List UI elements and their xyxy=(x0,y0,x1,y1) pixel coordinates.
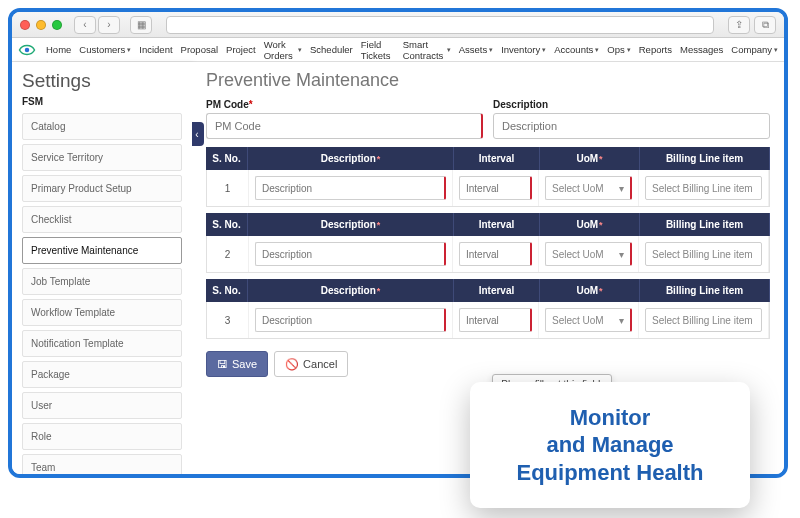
chevron-down-icon: ▾ xyxy=(542,46,546,54)
sidebar-item-role[interactable]: Role xyxy=(22,423,182,450)
nav-item-messages[interactable]: Messages xyxy=(680,44,723,55)
callout-line: Equipment Health xyxy=(516,460,703,485)
chevron-down-icon: ▾ xyxy=(447,46,451,54)
row-uom-select[interactable]: Select UoM▾ xyxy=(545,176,632,200)
sidebar-item-notification-template[interactable]: Notification Template xyxy=(22,330,182,357)
nav-item-project[interactable]: Project xyxy=(226,44,256,55)
table-header: S. No.Description*IntervalUoM*Billing Li… xyxy=(206,213,770,236)
settings-sidebar: Settings FSM CatalogService TerritoryPri… xyxy=(12,62,192,474)
address-bar[interactable] xyxy=(166,16,714,34)
sidebar-title: Settings xyxy=(22,70,182,92)
callout-line: and Manage xyxy=(546,432,673,457)
window-titlebar: ‹ › ▦ ⇪ ⧉ xyxy=(12,12,784,38)
nav-item-reports[interactable]: Reports xyxy=(639,44,672,55)
row-interval-input[interactable] xyxy=(459,242,532,266)
save-button[interactable]: 🖫 Save xyxy=(206,351,268,377)
svg-point-0 xyxy=(25,47,30,52)
nav-item-field-tickets[interactable]: Field Tickets xyxy=(361,39,395,61)
chevron-down-icon: ▾ xyxy=(619,315,624,326)
sidebar-item-preventive-maintenance[interactable]: Preventive Maintenance xyxy=(22,237,182,264)
collapse-sidebar-button[interactable]: ‹ xyxy=(192,122,204,146)
nav-item-ops[interactable]: Ops▾ xyxy=(607,44,630,55)
pm-code-input[interactable] xyxy=(206,113,483,139)
sidebar-item-user[interactable]: User xyxy=(22,392,182,419)
table-row: 1Select UoM▾Select Billing Line item xyxy=(206,170,770,207)
nav-item-customers[interactable]: Customers▾ xyxy=(79,44,131,55)
chevron-down-icon: ▾ xyxy=(774,46,778,54)
sidebar-item-package[interactable]: Package xyxy=(22,361,182,388)
sidebar-item-workflow-template[interactable]: Workflow Template xyxy=(22,299,182,326)
table-row: 3Select UoM▾Select Billing Line item xyxy=(206,302,770,339)
nav-arrows: ‹ › xyxy=(74,16,120,34)
sidebar-item-checklist[interactable]: Checklist xyxy=(22,206,182,233)
nav-item-assets[interactable]: Assets▾ xyxy=(459,44,494,55)
row-uom-select[interactable]: Select UoM▾ xyxy=(545,242,632,266)
nav-item-work-orders[interactable]: Work Orders▾ xyxy=(264,39,302,61)
row-billing-select[interactable]: Select Billing Line item xyxy=(645,242,762,266)
nav-item-company[interactable]: Company▾ xyxy=(731,44,778,55)
close-window-icon[interactable] xyxy=(20,20,30,30)
chevron-down-icon: ▾ xyxy=(619,183,624,194)
sidebar-item-primary-product-setup[interactable]: Primary Product Setup xyxy=(22,175,182,202)
row-number: 3 xyxy=(207,302,249,338)
row-billing-select[interactable]: Select Billing Line item xyxy=(645,176,762,200)
chevron-down-icon: ▾ xyxy=(627,46,631,54)
promo-callout: Monitor and Manage Equipment Health xyxy=(470,382,750,509)
chevron-down-icon: ▾ xyxy=(619,249,624,260)
forward-button[interactable]: › xyxy=(98,16,120,34)
row-description-input[interactable] xyxy=(255,242,446,266)
nav-item-inventory[interactable]: Inventory▾ xyxy=(501,44,546,55)
nav-item-incident[interactable]: Incident xyxy=(139,44,172,55)
description-input[interactable] xyxy=(493,113,770,139)
pm-code-label: PM Code* xyxy=(206,99,483,110)
share-icon[interactable]: ⇪ xyxy=(728,16,750,34)
minimize-window-icon[interactable] xyxy=(36,20,46,30)
toolbar-icons: ⇪ ⧉ xyxy=(728,16,776,34)
nav-item-scheduler[interactable]: Scheduler xyxy=(310,44,353,55)
row-number: 1 xyxy=(207,170,249,206)
row-description-input[interactable] xyxy=(255,176,446,200)
sidebar-item-job-template[interactable]: Job Template xyxy=(22,268,182,295)
chevron-down-icon: ▾ xyxy=(127,46,131,54)
save-icon: 🖫 xyxy=(217,358,228,370)
nav-item-home[interactable]: Home xyxy=(46,44,71,55)
nav-item-smart-contracts[interactable]: Smart Contracts▾ xyxy=(403,39,451,61)
table-header: S. No.Description*IntervalUoM*Billing Li… xyxy=(206,147,770,170)
sidebar-item-team[interactable]: Team xyxy=(22,454,182,478)
tabs-icon[interactable]: ⧉ xyxy=(754,16,776,34)
row-interval-input[interactable] xyxy=(459,176,532,200)
row-uom-select[interactable]: Select UoM▾ xyxy=(545,308,632,332)
app-logo-icon[interactable] xyxy=(18,43,36,57)
description-label: Description xyxy=(493,99,770,110)
nav-item-accounts[interactable]: Accounts▾ xyxy=(554,44,599,55)
sidebar-item-catalog[interactable]: Catalog xyxy=(22,113,182,140)
row-billing-select[interactable]: Select Billing Line item xyxy=(645,308,762,332)
chevron-down-icon: ▾ xyxy=(298,46,302,54)
chevron-down-icon: ▾ xyxy=(489,46,493,54)
sidebar-toggle-button[interactable]: ▦ xyxy=(130,16,152,34)
row-description-input[interactable] xyxy=(255,308,446,332)
back-button[interactable]: ‹ xyxy=(74,16,96,34)
callout-line: Monitor xyxy=(570,405,651,430)
maximize-window-icon[interactable] xyxy=(52,20,62,30)
sidebar-section-label: FSM xyxy=(22,96,182,107)
nav-item-proposal[interactable]: Proposal xyxy=(181,44,219,55)
chevron-down-icon: ▾ xyxy=(595,46,599,54)
table-row: 2Select UoM▾Select Billing Line item xyxy=(206,236,770,273)
main-nav: HomeCustomers▾IncidentProposalProjectWor… xyxy=(12,38,784,62)
cancel-button[interactable]: 🚫 Cancel xyxy=(274,351,348,377)
cancel-icon: 🚫 xyxy=(285,358,299,371)
table-header: S. No.Description*IntervalUoM*Billing Li… xyxy=(206,279,770,302)
page-title: Preventive Maintenance xyxy=(206,70,784,91)
row-interval-input[interactable] xyxy=(459,308,532,332)
row-number: 2 xyxy=(207,236,249,272)
sidebar-item-service-territory[interactable]: Service Territory xyxy=(22,144,182,171)
